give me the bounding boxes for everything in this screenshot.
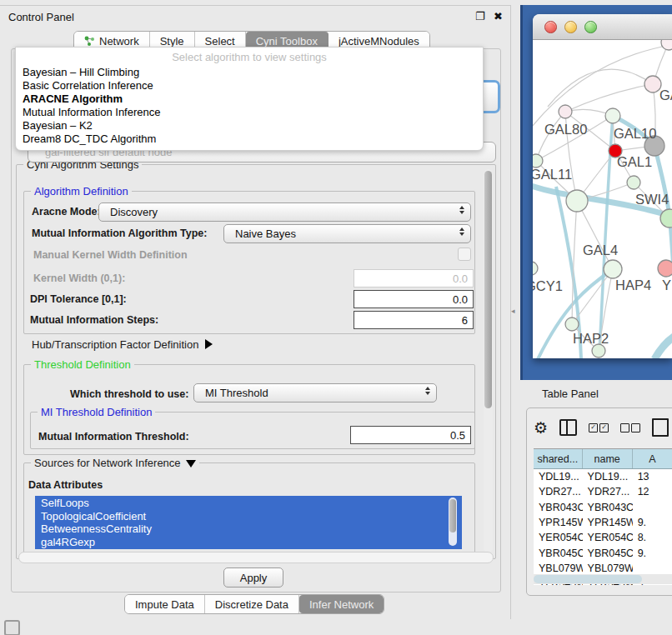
network-node[interactable]: [604, 260, 622, 278]
table-cell: YER054C: [583, 532, 633, 543]
dpi-tolerance-field[interactable]: 0.0: [354, 290, 474, 308]
table-row[interactable]: YBR045CYBR045C9.: [534, 545, 672, 560]
hub-definition-toggle[interactable]: Hub/Transcription Factor Definition: [32, 338, 213, 351]
mi-type-label: Mutual Information Algorithm Type:: [32, 228, 207, 239]
which-threshold-value: MI Threshold: [205, 387, 268, 399]
table-panel-window: ⚙ ✓✓ shared...nameA YDL19...YDL19...13YD…: [526, 408, 672, 596]
table-row[interactable]: YPR145WYPR145W9.: [534, 515, 672, 530]
float-icon[interactable]: ❐: [475, 10, 485, 22]
minimize-traffic-icon[interactable]: [564, 21, 577, 33]
data-attributes-list[interactable]: SelfLoopsTopologicalCoefficientBetweenne…: [35, 496, 462, 549]
panel-splitter-handle[interactable]: ◂: [511, 308, 514, 315]
attribute-item[interactable]: BetweennessCentrality: [36, 522, 461, 536]
table-cell: YPR145W: [534, 517, 583, 528]
network-node[interactable]: [533, 262, 538, 275]
algorithm-option[interactable]: Bayesian – K2: [16, 119, 483, 132]
network-node[interactable]: [627, 176, 640, 189]
manual-kernel-label: Manual Kernel Width Definition: [33, 249, 188, 261]
gear-icon[interactable]: ⚙: [534, 420, 548, 436]
algorithm-option[interactable]: Bayesian – Hill Climbing: [16, 66, 483, 79]
expand-right-icon: [205, 339, 213, 349]
mi-type-combo[interactable]: Naive Bayes: [223, 224, 471, 243]
network-node[interactable]: [565, 318, 579, 331]
network-node[interactable]: [566, 190, 588, 212]
attributes-list-scrollbar[interactable]: [449, 498, 457, 546]
stepper-arrows-icon: [425, 387, 430, 395]
attribute-item[interactable]: TopologicalCoefficient: [36, 510, 461, 523]
algorithm-dropdown-popup: Select algorithm to view settings Bayesi…: [15, 47, 484, 151]
table-cell: YBR045C: [583, 548, 633, 559]
table-toolbar: ⚙ ✓✓: [534, 417, 669, 438]
algorithm-option[interactable]: Basic Correlation Inference: [16, 79, 483, 92]
node-label: SWI4: [635, 192, 669, 207]
mi-threshold-group-title: MI Threshold Definition: [38, 406, 155, 418]
network-edge: [654, 332, 672, 358]
tab-label: Select: [205, 35, 235, 48]
table-row[interactable]: YBR043CYBR043C: [534, 500, 672, 515]
table-header-row: shared...nameA: [534, 449, 672, 469]
apply-button[interactable]: Apply: [223, 568, 283, 588]
network-node[interactable]: [605, 108, 620, 123]
table-cell: YBL079W: [583, 562, 633, 574]
table-hscrollbar[interactable]: [534, 574, 672, 584]
which-threshold-label: Which threshold to use:: [70, 388, 188, 400]
network-node[interactable]: [661, 40, 672, 50]
network-node[interactable]: [658, 260, 672, 277]
dock-icon[interactable]: [4, 620, 20, 635]
network-node[interactable]: [559, 105, 572, 118]
attribute-item[interactable]: gal4RGexp: [36, 536, 461, 549]
deselect-all-icon[interactable]: [620, 423, 640, 432]
zoom-traffic-icon[interactable]: [584, 21, 597, 33]
column-header-2[interactable]: name: [583, 449, 633, 468]
network-node[interactable]: [533, 154, 543, 168]
algorithm-option[interactable]: Mutual Information Inference: [16, 106, 483, 119]
which-threshold-combo[interactable]: MI Threshold: [193, 383, 437, 402]
node-label: GAL4: [583, 242, 618, 258]
network-edge: [548, 69, 653, 107]
close-traffic-icon[interactable]: [544, 21, 557, 33]
tab-infer-network[interactable]: Infer Network: [299, 595, 384, 613]
network-node[interactable]: [644, 76, 661, 92]
columns-icon[interactable]: [559, 419, 577, 436]
threshold-definition-title: Threshold Definition: [31, 358, 134, 371]
close-icon[interactable]: ✖: [494, 10, 503, 22]
algorithm-option[interactable]: ARACNE Algorithm: [16, 92, 483, 106]
table-cell: YDL19...: [583, 471, 633, 482]
collapse-down-icon: [186, 460, 196, 468]
network-window-titlebar[interactable]: [533, 14, 672, 40]
node-label: GAL10: [614, 126, 656, 141]
settings-hscrollbar[interactable]: [18, 552, 494, 563]
mi-steps-field[interactable]: 6: [354, 311, 474, 329]
table-cell: YDL19...: [534, 471, 583, 482]
network-canvas[interactable]: GALGAL80GAL10GAL1GAL11SWI4GAL4GCY1HAP4YH…: [533, 40, 672, 358]
mi-threshold-label: Mutual Information Threshold:: [38, 431, 189, 442]
node-label: Y: [662, 278, 671, 292]
tab-label: Discretize Data: [215, 598, 288, 611]
tab-discretize-data[interactable]: Discretize Data: [205, 595, 299, 613]
control-panel-window: Control Panel ❐ ✖ NetworkStyleSelectCyni…: [0, 5, 511, 619]
kernel-width-field[interactable]: 0.0: [354, 269, 474, 288]
table-row[interactable]: YDR27...YDR27...12: [534, 484, 672, 499]
settings-scrollbar[interactable]: [484, 169, 493, 552]
algorithm-option[interactable]: Dream8 DC_TDC Algorithm: [16, 132, 483, 146]
table-row[interactable]: YDL19...YDL19...13: [534, 469, 672, 484]
tab-label: jActiveMNodules: [339, 35, 419, 48]
aracne-mode-combo[interactable]: Discovery: [98, 202, 471, 222]
mi-threshold-field[interactable]: 0.5: [350, 426, 471, 444]
data-attributes-label: Data Attributes: [28, 479, 103, 491]
table-icon[interactable]: [652, 418, 669, 437]
tab-impute-data[interactable]: Impute Data: [125, 595, 205, 613]
aracne-mode-value: Discovery: [110, 206, 158, 218]
manual-kernel-checkbox[interactable]: [458, 248, 471, 261]
attribute-item[interactable]: SelfLoops: [36, 497, 461, 510]
network-node[interactable]: [592, 344, 605, 358]
node-label: HAP2: [573, 331, 609, 346]
column-header-1[interactable]: shared...: [534, 449, 583, 468]
mi-type-value: Naive Bayes: [235, 228, 296, 240]
stepper-arrows-icon: [459, 228, 464, 236]
table-row[interactable]: YER054CYER054C8.: [534, 530, 672, 545]
table-cell: 13: [633, 471, 672, 482]
select-all-icon[interactable]: ✓✓: [589, 423, 609, 432]
column-header-3[interactable]: A: [633, 449, 672, 468]
network-window: GALGAL80GAL10GAL1GAL11SWI4GAL4GCY1HAP4YH…: [533, 14, 672, 358]
